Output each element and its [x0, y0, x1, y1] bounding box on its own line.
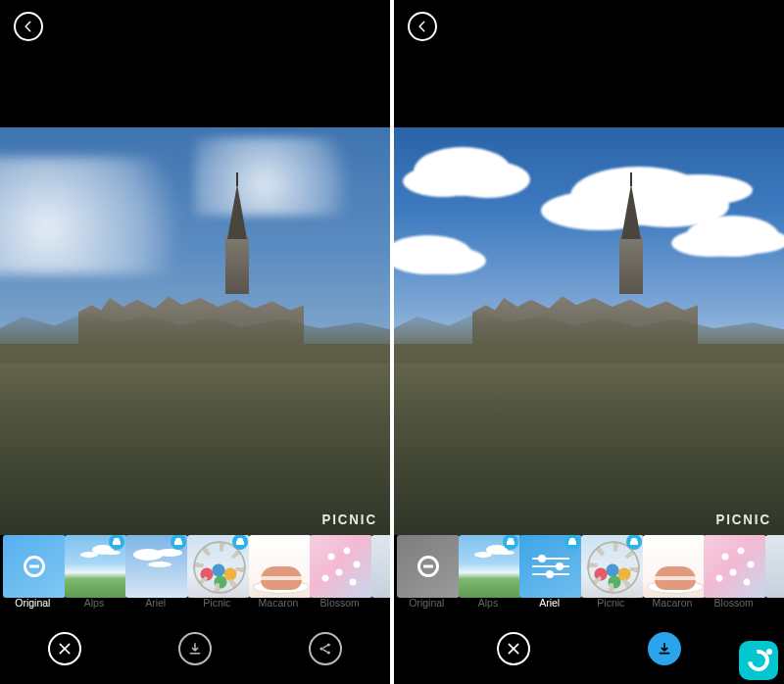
filter-picnic[interactable]: Picnic	[581, 535, 641, 611]
share-icon	[318, 641, 333, 657]
slider-icon	[532, 573, 569, 575]
filter-ariel[interactable]: Ariel	[519, 535, 579, 611]
filter-label: Picnic	[581, 597, 641, 609]
close-button[interactable]	[48, 632, 81, 665]
top-bar	[0, 0, 390, 53]
cloud-shape	[686, 216, 779, 257]
cloud-shape	[394, 235, 472, 274]
filter-thumb	[765, 535, 784, 598]
slider-icon	[532, 558, 569, 560]
filter-label: Blossom	[310, 597, 369, 609]
filter-alps[interactable]: Alps	[65, 535, 124, 611]
watermark-text: PICNIC	[714, 512, 772, 527]
download-icon	[187, 641, 203, 657]
filter-label: Macaron	[249, 597, 309, 609]
filter-label: Original	[397, 597, 457, 609]
filter-thumb	[3, 535, 66, 598]
filter-strip[interactable]: Original Alps Ariel Picnic Macaron	[0, 535, 390, 611]
arrow-left-icon	[22, 20, 35, 33]
bottom-bar	[0, 613, 390, 684]
close-icon	[506, 641, 521, 657]
filter-thumb	[704, 535, 766, 598]
top-bar	[394, 0, 784, 53]
filter-alps[interactable]: Alps	[459, 535, 518, 611]
hill-foreground	[0, 344, 390, 535]
svg-point-0	[319, 647, 322, 650]
editor-pane-left: PICNIC Original Alps Ariel Picnic	[0, 0, 390, 684]
back-button[interactable]	[408, 12, 437, 41]
watermark-text: PICNIC	[320, 512, 378, 527]
share-button[interactable]	[309, 632, 342, 665]
slider-icon	[532, 565, 569, 567]
app-brand-badge[interactable]	[739, 641, 778, 680]
filter-blossom[interactable]: Blossom	[704, 535, 763, 611]
filter-original[interactable]: Original	[397, 535, 457, 611]
back-button[interactable]	[14, 12, 43, 41]
filter-label: Ariel	[519, 597, 579, 609]
filter-thumb	[249, 535, 312, 598]
hill-foreground	[394, 344, 784, 535]
filter-label: Alps	[459, 597, 518, 609]
filter-label: Ariel	[125, 597, 185, 609]
download-button[interactable]	[648, 632, 681, 665]
filter-thumb	[310, 535, 372, 598]
bottom-bar	[394, 613, 784, 684]
arrow-left-icon	[416, 20, 429, 33]
editor-pane-right: PICNIC Original Alps Ariel	[394, 0, 784, 684]
close-button[interactable]	[497, 632, 530, 665]
filter-next-peek[interactable]	[371, 535, 390, 611]
filter-label: Picnic	[187, 597, 247, 609]
photo-preview[interactable]: PICNIC	[0, 127, 390, 535]
filter-strip[interactable]: Original Alps Ariel Picnic	[394, 535, 784, 611]
filter-thumb	[643, 535, 706, 598]
close-icon	[57, 641, 73, 657]
filter-original[interactable]: Original	[3, 535, 63, 611]
filter-label: Alps	[65, 597, 124, 609]
download-icon	[657, 641, 672, 657]
filter-picnic[interactable]: Picnic	[187, 535, 247, 611]
app-side-by-side: PICNIC Original Alps Ariel Picnic	[0, 0, 784, 684]
cloud-shape	[194, 137, 370, 216]
picnic-logo-dot	[766, 649, 772, 655]
filter-ariel[interactable]: Ariel	[125, 535, 185, 611]
filter-label: Blossom	[704, 597, 763, 609]
filter-blossom[interactable]: Blossom	[310, 535, 369, 611]
svg-point-2	[326, 651, 329, 654]
cloud-badge-icon	[232, 535, 248, 550]
filter-thumb	[371, 535, 390, 598]
filter-macaron[interactable]: Macaron	[643, 535, 703, 611]
cloud-badge-icon	[626, 535, 642, 550]
download-button[interactable]	[178, 632, 212, 665]
svg-point-1	[326, 643, 329, 646]
filter-thumb	[397, 535, 460, 598]
filter-label: Macaron	[643, 597, 703, 609]
photo-preview[interactable]: PICNIC	[394, 127, 784, 535]
filter-label: Original	[3, 597, 63, 609]
cloud-shape	[414, 147, 512, 196]
filter-macaron[interactable]: Macaron	[249, 535, 309, 611]
filter-next-peek[interactable]	[765, 535, 784, 611]
